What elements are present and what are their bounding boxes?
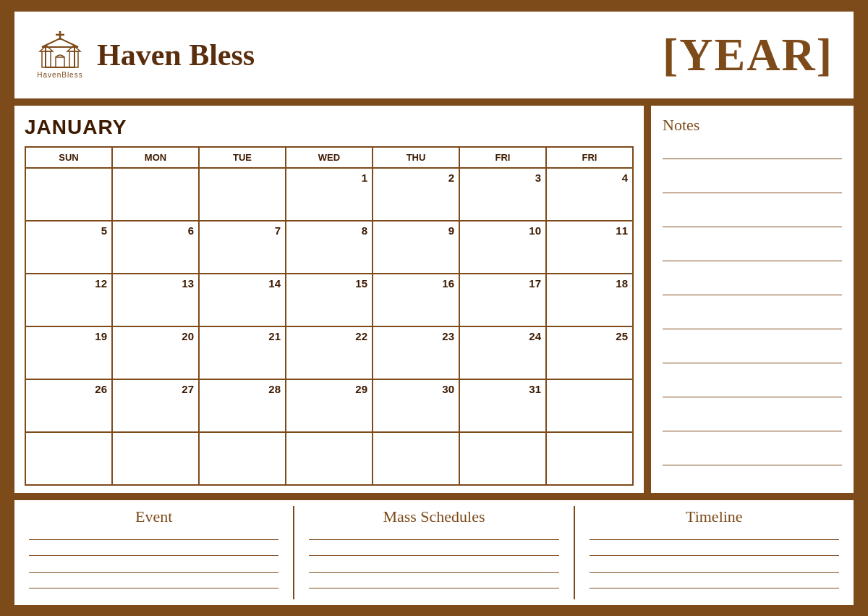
event-column: Event bbox=[14, 500, 293, 605]
col-sun: SUN bbox=[25, 147, 112, 168]
calendar-week-row: 567891011 bbox=[25, 221, 633, 274]
col-mon: MON bbox=[112, 147, 199, 168]
note-line bbox=[663, 431, 842, 431]
note-line bbox=[663, 159, 842, 159]
calendar-day-cell: 8 bbox=[286, 221, 373, 274]
calendar-day-cell: 21 bbox=[199, 326, 286, 379]
calendar-day-cell: 31 bbox=[459, 379, 546, 432]
calendar-day-cell: 22 bbox=[286, 326, 373, 379]
note-line bbox=[663, 227, 842, 227]
calendar-day-cell: 9 bbox=[373, 221, 459, 274]
bottom-line bbox=[309, 588, 558, 588]
calendar-day-cell bbox=[199, 432, 286, 485]
calendar-week-row: 12131415161718 bbox=[25, 274, 633, 326]
bottom-line bbox=[29, 555, 278, 556]
timeline-lines bbox=[590, 532, 839, 596]
bottom-line bbox=[309, 572, 558, 573]
calendar-day-cell bbox=[373, 432, 459, 485]
calendar-section: JANUARY SUN MON TUE WED THU FRI FRI 1234… bbox=[14, 106, 644, 493]
calendar-day-cell: 10 bbox=[459, 221, 546, 274]
col-fri1: FRI bbox=[459, 147, 546, 168]
calendar-day-cell: 6 bbox=[112, 221, 199, 274]
calendar-day-cell: 19 bbox=[25, 326, 112, 379]
year-label: [YEAR] bbox=[663, 28, 833, 82]
calendar-day-cell: 18 bbox=[546, 274, 633, 326]
header: HavenBless Haven Bless [YEAR] bbox=[14, 12, 854, 98]
calendar-day-cell: 11 bbox=[546, 221, 633, 274]
church-icon bbox=[38, 31, 82, 71]
main-content: JANUARY SUN MON TUE WED THU FRI FRI 1234… bbox=[14, 106, 854, 493]
calendar-day-cell bbox=[25, 168, 112, 221]
calendar-day-cell bbox=[112, 168, 199, 221]
calendar-day-cell: 4 bbox=[546, 168, 633, 221]
timeline-column: Timeline bbox=[575, 500, 854, 605]
calendar-day-cell: 17 bbox=[459, 274, 546, 326]
calendar-day-cell: 25 bbox=[546, 326, 633, 379]
calendar-day-cell: 16 bbox=[373, 274, 459, 326]
calendar-day-cell: 3 bbox=[459, 168, 546, 221]
col-thu: THU bbox=[373, 147, 459, 168]
event-title: Event bbox=[135, 507, 172, 526]
mass-schedules-column: Mass Schedules bbox=[294, 500, 573, 605]
calendar-day-cell bbox=[112, 432, 199, 485]
calendar-day-cell: 23 bbox=[373, 326, 459, 379]
svg-rect-8 bbox=[56, 57, 64, 67]
calendar-day-cell: 29 bbox=[286, 379, 373, 432]
note-line bbox=[663, 397, 842, 397]
calendar-day-cell: 26 bbox=[25, 379, 112, 432]
bottom-line bbox=[590, 588, 839, 588]
calendar-week-row: 262728293031 bbox=[25, 379, 633, 432]
note-line bbox=[663, 193, 842, 193]
note-line bbox=[663, 295, 842, 295]
note-line bbox=[663, 329, 842, 329]
logo-icon: HavenBless bbox=[35, 31, 85, 79]
bottom-line bbox=[309, 555, 558, 556]
col-wed: WED bbox=[286, 147, 373, 168]
calendar-week-row: 1234 bbox=[25, 168, 633, 221]
note-lines bbox=[663, 142, 842, 483]
calendar-day-cell bbox=[199, 168, 286, 221]
bottom-line bbox=[29, 588, 278, 588]
col-tue: TUE bbox=[199, 147, 286, 168]
col-fri2: FRI bbox=[546, 147, 633, 168]
calendar-day-cell: 1 bbox=[286, 168, 373, 221]
bottom-section: Event Mass Schedules Timeline bbox=[14, 500, 854, 605]
calendar-day-cell bbox=[546, 432, 633, 485]
calendar-day-cell bbox=[25, 432, 112, 485]
notes-section: Notes bbox=[651, 106, 854, 493]
calendar-day-cell: 30 bbox=[373, 379, 459, 432]
brand-name: Haven Bless bbox=[97, 38, 255, 72]
note-line bbox=[663, 363, 842, 363]
calendar-day-cell: 27 bbox=[112, 379, 199, 432]
calendar-header-row: SUN MON TUE WED THU FRI FRI bbox=[25, 147, 633, 168]
calendar-day-cell: 14 bbox=[199, 274, 286, 326]
calendar-day-cell: 28 bbox=[199, 379, 286, 432]
calendar-day-cell: 13 bbox=[112, 274, 199, 326]
page: HavenBless Haven Bless [YEAR] JANUARY SU… bbox=[14, 12, 854, 605]
bottom-line bbox=[309, 539, 558, 540]
note-line bbox=[663, 465, 842, 465]
mass-lines bbox=[309, 532, 558, 596]
calendar-day-cell bbox=[459, 432, 546, 485]
note-line bbox=[663, 261, 842, 261]
bottom-line bbox=[29, 539, 278, 540]
calendar-day-cell: 15 bbox=[286, 274, 373, 326]
month-title: JANUARY bbox=[25, 116, 634, 139]
calendar-day-cell bbox=[546, 379, 633, 432]
calendar-table: SUN MON TUE WED THU FRI FRI 123456789101… bbox=[25, 146, 634, 486]
logo-area: HavenBless Haven Bless bbox=[35, 31, 255, 79]
event-lines bbox=[29, 532, 278, 596]
bottom-line bbox=[29, 572, 278, 573]
notes-title: Notes bbox=[663, 116, 842, 135]
calendar-day-cell: 5 bbox=[25, 221, 112, 274]
calendar-day-cell: 7 bbox=[199, 221, 286, 274]
calendar-day-cell: 24 bbox=[459, 326, 546, 379]
bottom-line bbox=[590, 555, 839, 556]
timeline-title: Timeline bbox=[686, 507, 743, 526]
calendar-week-row bbox=[25, 432, 633, 485]
bottom-line bbox=[590, 572, 839, 573]
calendar-day-cell: 2 bbox=[373, 168, 459, 221]
bottom-line bbox=[590, 539, 839, 540]
calendar-week-row: 19202122232425 bbox=[25, 326, 633, 379]
mass-schedules-title: Mass Schedules bbox=[383, 507, 485, 526]
